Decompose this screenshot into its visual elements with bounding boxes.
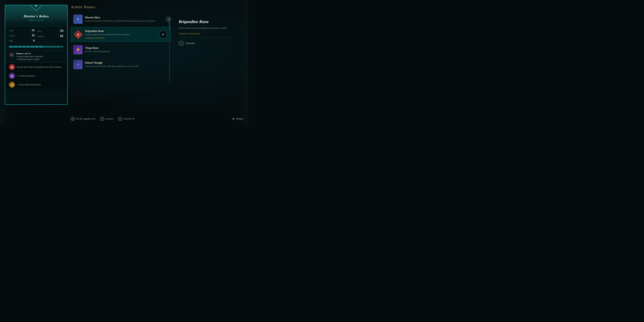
pained-thought-name: Pained Thought: [85, 61, 168, 64]
rune-item-brigandine[interactable]: ◆ Brigandine Rune Increase Speed when su…: [71, 27, 171, 42]
animus-label: Animus: [236, 118, 243, 120]
progress-seg-5: [26, 46, 30, 48]
brigandine-rune-name: Brigandine Rune: [85, 30, 168, 32]
phoenix-blast-info: Phoenix Blast Enemies you resurrect with…: [85, 16, 168, 22]
detail-rune-desc: Increase Speed when surrounded by more t…: [179, 26, 235, 30]
animus-icon: ✛: [232, 117, 235, 121]
progress-bar: ▶: [9, 45, 64, 48]
stat-wgt: Wgt 6: [9, 39, 34, 42]
thegn-rune-icon: ⚡: [74, 45, 82, 54]
runes-panel: Armor Runes R ✦ Phoenix Blast Enemies yo…: [71, 5, 171, 118]
set-bonus-bullet-1: • Increase Attack after Critical Hits: [16, 56, 64, 58]
sort-btn-circle: R: [71, 117, 75, 121]
pained-thought-desc: Every time you lose Health, some Hugr is…: [85, 65, 168, 68]
item-card: 🐦 Mentor's Robes Divine Torso Arm 55 Eva…: [5, 5, 68, 105]
progress-seg-11: [52, 46, 56, 48]
item-stats: Arm 55 Eva 33 L-Res 35 H-Res 41 Wgt 6: [5, 26, 67, 44]
rune-item-pained[interactable]: ✦ Pained Thought Every time you lose Hea…: [71, 58, 171, 71]
set-bonus: ⚔ Mentor's Set 5/5 • Increase Attack aft…: [5, 50, 67, 62]
unsocket-all-btn-label: Unsocket All: [123, 118, 134, 120]
pained-thought-icon: ✦: [74, 60, 82, 69]
side-decoration-right: [238, 0, 248, 124]
unsocket-all-btn-circle: Y: [118, 117, 122, 121]
trait-fire: ❋ + 2.0 Fire Build-Up Resistance: [5, 80, 67, 89]
item-subtitle: Divine Torso: [29, 19, 44, 22]
hres-label: H-Res: [38, 35, 44, 38]
trait-resist: ◉ + 3.3 Heavy Resistance: [5, 72, 67, 80]
set-bonus-title: Mentor's Set 5/5: [16, 52, 64, 55]
brigandine-select-circle: [159, 30, 167, 39]
brigandine-rune-icon: ◆: [74, 30, 82, 39]
stat-lres: L-Res 35: [9, 34, 34, 38]
progress-bar-container: ▶: [5, 44, 67, 50]
hres-value: 41: [60, 34, 64, 38]
progress-seg-9: [44, 46, 48, 48]
progress-seg-2: [13, 46, 17, 48]
set-bonus-icon: ⚔: [9, 52, 14, 58]
progress-seg-4: [22, 46, 26, 48]
thegn-rune-desc: Increase to Speed after parrying: [85, 50, 168, 53]
sort-btn-label: Sort By Upgrade Level: [76, 118, 96, 120]
phoenix-blast-icon: ✦: [74, 15, 82, 24]
trait-brigandine: ◆ Increase Speed when surrounded by more…: [5, 63, 67, 71]
eva-value: 33: [60, 29, 64, 33]
trait-fire-text: + 2.0 Fire Build-Up Resistance: [17, 84, 41, 86]
stat-hres: H-Res 41: [38, 34, 64, 38]
rune-item-phoenix-blast[interactable]: ✦ Phoenix Blast Enemies you resurrect wi…: [71, 12, 171, 26]
detail-divider: [179, 38, 235, 38]
brigandine-rune-socketed: Socketed in Current Item: [85, 37, 168, 39]
unsocket-btn-circle: X: [100, 117, 104, 121]
ctrl-unsocket-all[interactable]: Y Unsocket All: [118, 117, 134, 121]
bottom-controls: R Sort By Upgrade Level X Unsocket Y Uns…: [71, 117, 134, 121]
arm-value: 55: [32, 29, 34, 32]
wgt-value: 6: [33, 39, 34, 42]
progress-seg-1: [9, 46, 13, 48]
ctrl-sort[interactable]: R Sort By Upgrade Level: [71, 117, 96, 121]
eva-label: Eva: [38, 30, 42, 32]
trait-resist-text: + 3.3 Heavy Resistance: [17, 74, 35, 77]
ctrl-unsocket[interactable]: X Unsocket: [100, 117, 113, 121]
progress-seg-12: [57, 46, 60, 48]
pained-thought-info: Pained Thought Every time you lose Healt…: [85, 61, 168, 68]
lres-label: L-Res: [9, 34, 15, 37]
set-bonus-text: Mentor's Set 5/5 • Increase Attack after…: [16, 52, 64, 61]
progress-seg-8: [39, 46, 43, 48]
wgt-label: Wgt: [9, 40, 13, 42]
progress-seg-6: [31, 46, 34, 48]
trait-brigandine-icon: ◆: [9, 64, 15, 70]
animus-logo: ✛ Animus: [232, 117, 243, 121]
set-bonus-bullet-2: • Additional increase to Speed: [16, 58, 64, 60]
stat-eva: Eva 33: [38, 29, 64, 33]
item-card-header: 🐦 Mentor's Robes Divine Torso: [5, 5, 67, 26]
detail-socketed-label: Socketed in Current Item: [179, 32, 235, 35]
progress-arrow-icon: ▶: [62, 45, 64, 48]
thegn-rune-info: Thegn Rune Increase to Speed after parry…: [85, 46, 168, 53]
lres-value: 35: [32, 34, 34, 37]
progress-seg-3: [18, 46, 22, 48]
brigandine-rune-info: Brigandine Rune Increase Speed when surr…: [85, 30, 168, 39]
rune-item-thegn[interactable]: ⚡ Thegn Rune Increase to Speed after par…: [71, 43, 171, 56]
scrollbar[interactable]: [169, 17, 170, 81]
progress-seg-7: [35, 46, 39, 48]
stat-arm: Arm 55: [9, 29, 34, 33]
circle-dot: [162, 34, 164, 35]
detail-action[interactable]: A Unsocket: [179, 41, 235, 46]
trait-brigandine-text: Increase Speed when surrounded by more t…: [17, 66, 62, 68]
action-circle-btn: A: [179, 41, 184, 46]
detail-rune-name: Brigandine Rune: [179, 19, 235, 24]
runes-title: Armor Runes: [71, 5, 171, 9]
card-diamond-icon: 🐦: [31, 5, 42, 11]
trait-fire-icon: ❋: [9, 82, 15, 88]
arm-label: Arm: [9, 29, 13, 32]
scrollbar-thumb: [169, 17, 170, 30]
unsocket-btn-label: Unsocket: [106, 118, 113, 120]
phoenix-blast-name: Phoenix Blast: [85, 16, 168, 19]
detail-panel: Brigandine Rune Increase Speed when surr…: [179, 19, 235, 46]
action-label: Unsocket: [186, 42, 195, 44]
progress-seg-10: [48, 46, 52, 48]
phoenix-blast-desc: Enemies you resurrect with the Power of …: [85, 20, 168, 22]
brigandine-rune-desc: Increase Speed when surrounded by more t…: [85, 33, 168, 36]
trait-resist-icon: ◉: [9, 73, 15, 79]
thegn-rune-name: Thegn Rune: [85, 46, 168, 50]
item-name: Mentor's Robes: [24, 14, 49, 18]
